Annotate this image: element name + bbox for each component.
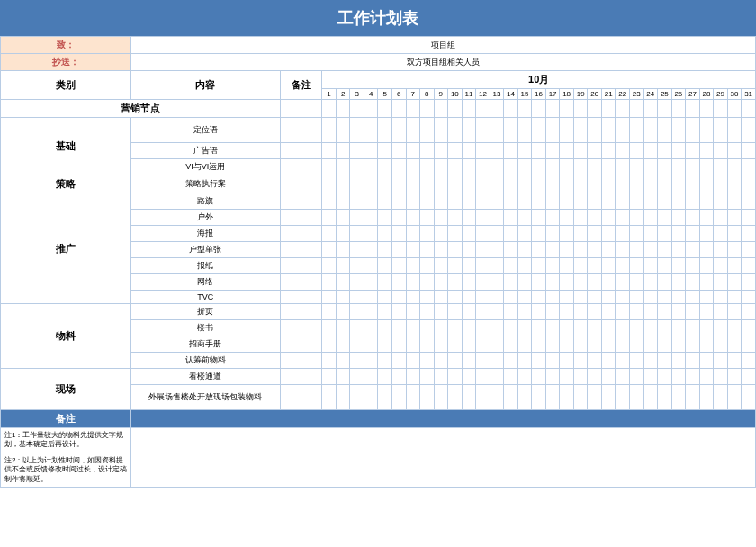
cell — [420, 143, 435, 159]
cell — [406, 118, 420, 143]
cell — [588, 242, 602, 258]
cell — [322, 353, 337, 369]
cell — [476, 175, 490, 193]
cell — [504, 226, 518, 242]
cell — [727, 226, 742, 242]
cell — [616, 242, 630, 258]
col-remark: 备注 — [280, 71, 322, 100]
cell — [280, 291, 322, 304]
cell — [616, 385, 630, 410]
cell — [630, 159, 644, 175]
cell — [406, 336, 420, 353]
cell — [658, 274, 672, 291]
cell — [406, 159, 420, 175]
cell — [601, 291, 616, 304]
cell — [476, 258, 490, 274]
cell — [350, 353, 364, 369]
cell — [280, 226, 322, 242]
cell — [392, 258, 406, 274]
cell — [699, 118, 714, 143]
cell — [532, 100, 546, 118]
cell — [686, 369, 700, 385]
day: 7 — [406, 89, 420, 100]
item-promo4: 户型单张 — [131, 242, 281, 258]
cell — [504, 304, 518, 320]
cell — [616, 210, 630, 226]
cell — [490, 304, 504, 320]
to-value: 项目组 — [131, 37, 756, 54]
cell — [699, 320, 714, 336]
cell — [714, 175, 728, 193]
cell — [532, 385, 546, 410]
cell — [406, 291, 420, 304]
cell — [448, 353, 463, 369]
day: 27 — [686, 89, 700, 100]
cell — [560, 385, 574, 410]
cell — [350, 291, 364, 304]
cell — [560, 353, 574, 369]
cell — [322, 143, 337, 159]
cell — [532, 210, 546, 226]
row-onsite-1: 现场 看楼通道 — [1, 369, 756, 385]
cell — [686, 159, 700, 175]
cell — [336, 100, 350, 118]
cell — [560, 175, 574, 193]
cell — [714, 353, 728, 369]
cell — [658, 100, 672, 118]
page-title: 工作计划表 — [338, 9, 418, 27]
cell — [378, 226, 392, 242]
cell — [322, 159, 337, 175]
cell — [658, 193, 672, 210]
cell — [448, 385, 463, 410]
cell — [658, 336, 672, 353]
cell — [686, 258, 700, 274]
cell — [504, 210, 518, 226]
cell — [406, 226, 420, 242]
cell — [518, 175, 532, 193]
cell — [630, 143, 644, 159]
cell — [504, 258, 518, 274]
cell — [658, 226, 672, 242]
cell — [336, 193, 350, 210]
row-marketing-section: 营销节点 — [1, 100, 756, 118]
cell — [448, 193, 463, 210]
cell — [686, 118, 700, 143]
cell — [364, 226, 378, 242]
cell — [378, 291, 392, 304]
cell — [671, 118, 686, 143]
cell — [322, 385, 337, 410]
cell — [434, 143, 448, 159]
cell — [532, 242, 546, 258]
cell — [658, 143, 672, 159]
cell — [476, 369, 490, 385]
cell — [392, 159, 406, 175]
cell — [392, 175, 406, 193]
cell — [573, 159, 588, 175]
cell — [644, 242, 658, 258]
cell — [434, 118, 448, 143]
cell — [644, 274, 658, 291]
day: 23 — [630, 89, 644, 100]
cell — [490, 369, 504, 385]
cell — [742, 210, 756, 226]
cell — [364, 159, 378, 175]
cell — [504, 320, 518, 336]
cell — [448, 143, 463, 159]
cell — [601, 100, 616, 118]
cell — [630, 336, 644, 353]
notes-header: 备注 — [1, 410, 131, 428]
cell — [545, 304, 560, 320]
cell — [392, 369, 406, 385]
cell — [588, 210, 602, 226]
cat-strategy: 策略 — [1, 175, 131, 193]
cell — [406, 210, 420, 226]
cell — [727, 143, 742, 159]
cell — [742, 226, 756, 242]
cell — [616, 226, 630, 242]
cell — [420, 118, 435, 143]
cell — [392, 226, 406, 242]
cell — [699, 369, 714, 385]
cell — [364, 336, 378, 353]
cell — [573, 304, 588, 320]
cell — [644, 258, 658, 274]
